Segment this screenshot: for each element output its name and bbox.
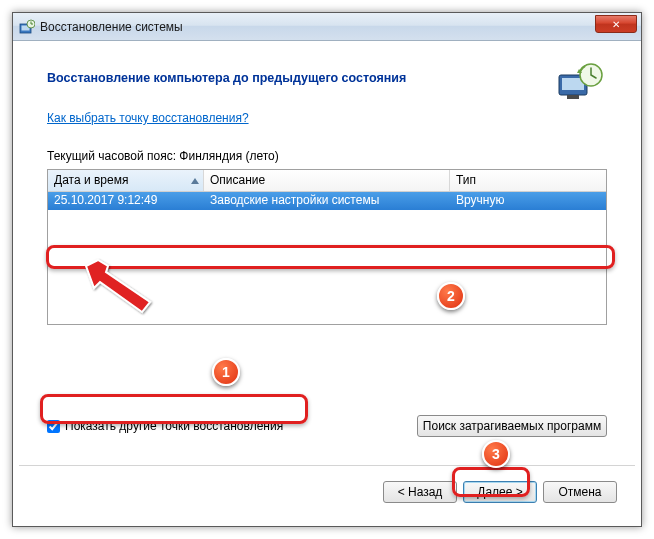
timezone-label: Текущий часовой пояс: Финляндия (лето) bbox=[19, 125, 635, 169]
column-header-desc[interactable]: Описание bbox=[204, 170, 450, 191]
show-more-checkbox-row[interactable]: Показать другие точки восстановления bbox=[47, 419, 283, 433]
page-heading: Восстановление компьютера до предыдущего… bbox=[47, 71, 615, 85]
show-more-checkbox-label: Показать другие точки восстановления bbox=[65, 419, 283, 433]
column-header-date[interactable]: Дата и время bbox=[48, 170, 204, 191]
dialog-body: Восстановление компьютера до предыдущего… bbox=[19, 47, 635, 520]
table-header: Дата и время Описание Тип bbox=[48, 170, 606, 192]
svg-rect-5 bbox=[567, 95, 579, 99]
cell-desc: Заводские настройки системы bbox=[204, 192, 450, 210]
back-button[interactable]: < Назад bbox=[383, 481, 457, 503]
close-icon: ✕ bbox=[612, 19, 620, 30]
cell-type: Вручную bbox=[450, 192, 606, 210]
wizard-buttons: < Назад Далее > Отмена bbox=[383, 481, 617, 503]
system-restore-icon bbox=[19, 19, 35, 35]
help-link[interactable]: Как выбрать точку восстановления? bbox=[47, 111, 249, 125]
restore-points-table: Дата и время Описание Тип 25.10.2017 9:1… bbox=[47, 169, 607, 325]
show-more-checkbox[interactable] bbox=[47, 420, 60, 433]
next-button[interactable]: Далее > bbox=[463, 481, 537, 503]
column-header-type[interactable]: Тип bbox=[450, 170, 606, 191]
window-title: Восстановление системы bbox=[40, 20, 183, 34]
affected-programs-button[interactable]: Поиск затрагиваемых программ bbox=[417, 415, 607, 437]
restore-illustration-icon bbox=[555, 61, 605, 101]
titlebar: Восстановление системы ✕ bbox=[13, 13, 641, 41]
separator bbox=[19, 465, 635, 466]
close-button[interactable]: ✕ bbox=[595, 15, 637, 33]
window-frame: Восстановление системы ✕ Восстановление … bbox=[12, 12, 642, 527]
cell-date: 25.10.2017 9:12:49 bbox=[48, 192, 204, 210]
svg-marker-8 bbox=[191, 178, 199, 184]
cancel-button[interactable]: Отмена bbox=[543, 481, 617, 503]
table-row[interactable]: 25.10.2017 9:12:49 Заводские настройки с… bbox=[48, 192, 606, 210]
sort-arrow-icon bbox=[191, 178, 199, 184]
